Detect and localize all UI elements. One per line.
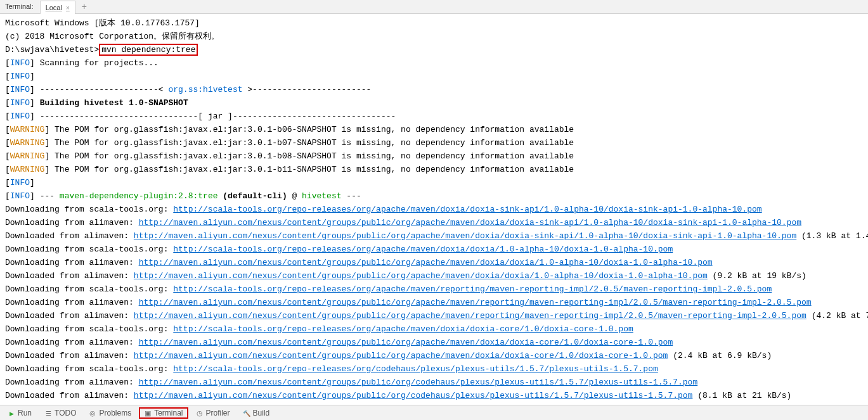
url-link[interactable]: http://maven.aliyun.com/nexus/content/gr…	[139, 258, 713, 267]
terminal-icon	[144, 409, 152, 417]
url-link[interactable]: http://scala-tools.org/repo-releases/org…	[173, 284, 772, 294]
problems-icon	[89, 409, 96, 417]
profiler-icon	[196, 409, 204, 417]
url-link[interactable]: http://maven.aliyun.com/nexus/content/gr…	[134, 231, 796, 241]
tool-profiler-label: Profiler	[206, 409, 230, 417]
url-link[interactable]: http://maven.aliyun.com/nexus/content/gr…	[134, 271, 708, 281]
tool-build[interactable]: Build	[238, 407, 275, 419]
build-icon	[243, 409, 250, 417]
url-link[interactable]: http://scala-tools.org/repo-releases/org…	[173, 364, 658, 374]
url-link[interactable]: http://maven.aliyun.com/nexus/content/gr…	[134, 351, 668, 360]
url-link[interactable]: http://maven.aliyun.com/nexus/content/gr…	[139, 338, 673, 347]
tool-problems[interactable]: Problems	[84, 407, 136, 419]
tool-todo-label: TODO	[55, 409, 76, 417]
tool-problems-label: Problems	[99, 409, 131, 417]
terminal-tab-bar: Terminal: Local × +	[0, 0, 868, 14]
tool-build-label: Build	[253, 409, 270, 417]
terminal-tab-local[interactable]: Local ×	[40, 1, 75, 14]
url-link[interactable]: http://scala-tools.org/repo-releases/org…	[173, 245, 673, 254]
url-link[interactable]: http://scala-tools.org/repo-releases/org…	[173, 324, 633, 334]
tool-todo[interactable]: TODO	[39, 407, 81, 419]
bottom-toolbar: Run TODO Problems Terminal Profiler Buil…	[0, 405, 868, 420]
tool-run-label: Run	[18, 409, 32, 417]
url-link[interactable]: http://maven.aliyun.com/nexus/content/gr…	[139, 378, 698, 387]
tool-terminal[interactable]: Terminal	[139, 407, 188, 419]
terminal-output[interactable]: Microsoft Windows [版本 10.0.17763.1757](c…	[0, 14, 868, 405]
url-link[interactable]: http://scala-tools.org/repo-releases/org…	[173, 205, 761, 214]
url-link[interactable]: http://maven.aliyun.com/nexus/content/gr…	[134, 391, 693, 400]
terminal-tab-label: Local	[46, 4, 62, 11]
url-link[interactable]: http://maven.aliyun.com/nexus/content/gr…	[134, 311, 806, 321]
close-icon[interactable]: ×	[66, 4, 70, 11]
url-link[interactable]: http://maven.aliyun.com/nexus/content/gr…	[139, 298, 812, 307]
tool-run[interactable]: Run	[3, 407, 37, 419]
terminal-panel-title: Terminal:	[0, 0, 40, 13]
new-tab-button[interactable]: +	[75, 0, 93, 13]
url-link[interactable]: http://maven.aliyun.com/nexus/content/gr…	[139, 218, 801, 227]
todo-icon	[44, 409, 52, 417]
tool-terminal-label: Terminal	[154, 409, 183, 417]
tool-profiler[interactable]: Profiler	[191, 407, 235, 419]
run-icon	[8, 409, 15, 417]
